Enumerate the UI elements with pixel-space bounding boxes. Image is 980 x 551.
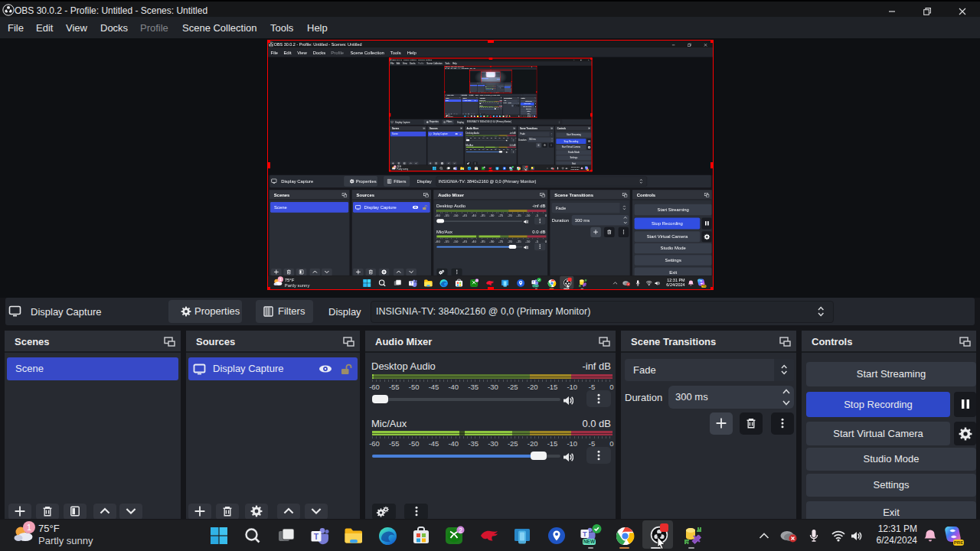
svg-text:PRE: PRE: [954, 540, 963, 545]
svg-text:2: 2: [459, 527, 462, 534]
svg-text:T: T: [583, 530, 587, 538]
svg-text:1: 1: [27, 523, 31, 532]
svg-text:NEW: NEW: [583, 539, 596, 544]
svg-text:T: T: [314, 532, 319, 541]
